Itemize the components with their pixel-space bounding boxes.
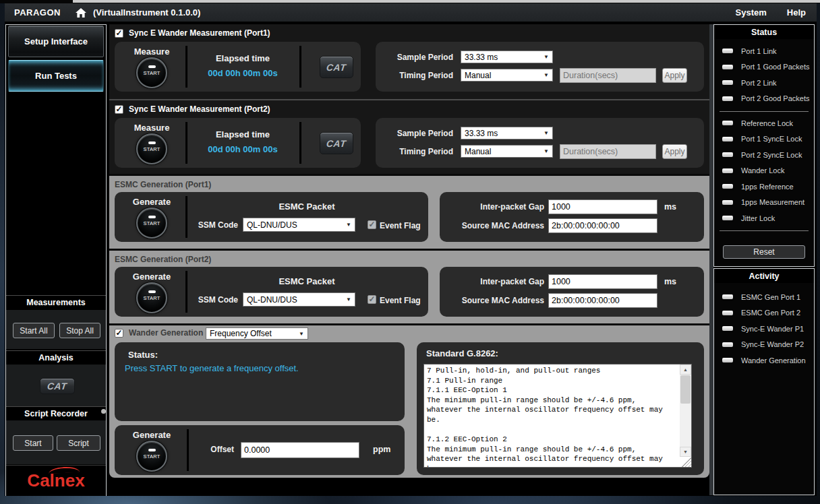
status-item: Port 1 SyncE Lock bbox=[714, 131, 814, 148]
esmc1-event-flag-label: Event Flag bbox=[380, 221, 427, 230]
led-indicator bbox=[722, 200, 733, 205]
sync2-duration-input[interactable] bbox=[560, 144, 656, 159]
esmc1-mac-input[interactable] bbox=[548, 218, 657, 233]
status-divider-2 bbox=[720, 230, 809, 231]
sidebar-item-setup-interface[interactable]: Setup Interface bbox=[8, 26, 104, 57]
esmc1-packet-title: ESMC Packet bbox=[185, 201, 428, 212]
led-indicator bbox=[722, 49, 733, 53]
sync2-timing-period-select[interactable]: Manual▼ bbox=[461, 145, 553, 158]
scroll-up-icon[interactable]: ▲ bbox=[680, 365, 691, 375]
left-sidebar: Setup Interface Run Tests Measurements S… bbox=[5, 24, 107, 496]
wander-mode-select[interactable]: Frequency Offset▼ bbox=[206, 327, 308, 340]
status-item: 1pps Reference bbox=[714, 179, 814, 195]
led-indicator bbox=[722, 358, 733, 363]
measurements-header: Measurements bbox=[6, 295, 106, 309]
led-indicator bbox=[722, 326, 733, 331]
wander-enable-checkbox[interactable]: ✓ bbox=[115, 329, 123, 338]
section-sync-wander-port1: ✓ Sync E Wander Measurement (Port1) Meas… bbox=[109, 24, 709, 99]
esmc2-ssm-label: SSM Code bbox=[189, 295, 238, 305]
sync2-elapsed-label: Elapsed time bbox=[196, 129, 290, 139]
status-item-label: Reference Lock bbox=[741, 119, 793, 127]
wander-offset-input[interactable] bbox=[241, 442, 359, 458]
esmc2-mac-input[interactable] bbox=[548, 293, 657, 308]
esmc2-title-row: ESMC Generation (Port2) bbox=[115, 255, 211, 264]
sync1-start-button[interactable]: START bbox=[136, 57, 167, 88]
led-indicator bbox=[722, 80, 733, 85]
status-item-label: 1pps Reference bbox=[741, 183, 794, 191]
sync1-apply-button[interactable]: Apply bbox=[662, 68, 687, 83]
sync2-apply-button[interactable]: Apply bbox=[662, 144, 687, 159]
brand-paragon[interactable]: PARAGON bbox=[14, 7, 61, 18]
menu-system[interactable]: System bbox=[736, 7, 767, 18]
esmc1-gap-input[interactable] bbox=[548, 199, 657, 214]
status-group-2: Reference LockPort 1 SyncE LockPort 2 Sy… bbox=[714, 115, 814, 226]
top-scrollbar[interactable] bbox=[73, 0, 820, 3]
sync1-sample-period-select[interactable]: 33.33 ms▼ bbox=[461, 51, 553, 63]
wander-start-button[interactable]: START bbox=[136, 441, 167, 472]
sync2-title: Sync E Wander Measurement (Port2) bbox=[129, 104, 270, 114]
sync2-cat-button[interactable]: CAT bbox=[320, 132, 353, 154]
cat-analysis-button[interactable]: CAT bbox=[40, 378, 75, 394]
script-start-button[interactable]: Start bbox=[13, 435, 53, 451]
status-item: Port 2 Good Packets bbox=[714, 91, 814, 107]
esmc1-event-flag-checkbox[interactable]: ✓ bbox=[368, 220, 376, 229]
status-item-label: ESMC Gen Port 2 bbox=[741, 309, 800, 317]
calnex-section: Calnex bbox=[6, 465, 106, 496]
esmc2-mac-label: Source MAC Address bbox=[440, 296, 544, 305]
sync1-cat-button[interactable]: CAT bbox=[320, 56, 353, 78]
standard-text-area[interactable]: 7 Pull-in, hold-in, and pull-out ranges … bbox=[423, 364, 692, 468]
esmc1-mac-label: Source MAC Address bbox=[440, 221, 544, 230]
sync1-title: Sync E Wander Measurement (Port1) bbox=[129, 28, 270, 38]
activity-list: ESMC Gen Port 1ESMC Gen Port 2Sync-E Wan… bbox=[714, 289, 814, 369]
reset-button[interactable]: Reset bbox=[723, 245, 805, 259]
analysis-body: CAT bbox=[6, 365, 106, 406]
sync1-sample-period-label: Sample Period bbox=[376, 53, 453, 62]
esmc2-packet-panel: Generate START ESMC Packet SSM Code QL-D… bbox=[115, 267, 428, 317]
textarea-scrollbar[interactable]: ▲ ▼ bbox=[680, 365, 691, 457]
scroll-down-icon[interactable]: ▼ bbox=[680, 447, 691, 457]
wander-standard-label: Standard G.8262: bbox=[426, 348, 534, 358]
wander-title-row: ✓ Wander Generation bbox=[115, 328, 203, 338]
home-icon[interactable] bbox=[76, 8, 86, 18]
script-recorder-indicator bbox=[101, 409, 106, 414]
resize-grip[interactable] bbox=[680, 457, 691, 467]
esmc1-packet-panel: Generate START ESMC Packet SSM Code QL-D… bbox=[115, 192, 428, 242]
status-divider-1 bbox=[720, 111, 809, 112]
esmc2-start-button[interactable]: START bbox=[136, 282, 167, 313]
esmc1-gap-label: Inter-packet Gap bbox=[440, 202, 544, 212]
esmc1-title-row: ESMC Generation (Port1) bbox=[115, 180, 211, 189]
sidebar-item-run-tests[interactable]: Run Tests bbox=[8, 60, 104, 92]
sync1-enable-checkbox[interactable]: ✓ bbox=[115, 29, 123, 38]
wander-generate-panel: Generate START Offset ppm bbox=[115, 425, 405, 475]
led-indicator bbox=[722, 184, 733, 189]
led-indicator bbox=[722, 294, 733, 299]
sync1-timing-period-select[interactable]: Manual▼ bbox=[461, 69, 553, 82]
status-item-label: Wander Generation bbox=[741, 356, 806, 365]
esmc1-title: ESMC Generation (Port1) bbox=[115, 180, 211, 189]
sync2-title-row: ✓ Sync E Wander Measurement (Port2) bbox=[115, 104, 270, 114]
sync2-enable-checkbox[interactable]: ✓ bbox=[115, 105, 123, 114]
sync2-start-button[interactable]: START bbox=[136, 133, 167, 164]
esmc2-event-flag-checkbox[interactable]: ✓ bbox=[368, 295, 376, 304]
script-recorder-header: Script Recorder bbox=[6, 406, 106, 420]
status-item-label: ESMC Gen Port 1 bbox=[741, 293, 800, 301]
scroll-thumb[interactable] bbox=[680, 375, 691, 404]
led-indicator bbox=[722, 137, 733, 141]
status-item-label: Port 2 Link bbox=[741, 79, 777, 87]
script-button[interactable]: Script bbox=[57, 435, 100, 451]
menu-help[interactable]: Help bbox=[787, 7, 806, 18]
esmc2-packet-title: ESMC Packet bbox=[185, 276, 428, 286]
sync2-sample-period-select[interactable]: 33.33 ms▼ bbox=[461, 127, 553, 139]
calnex-logo: Calnex bbox=[27, 470, 84, 491]
status-item-label: Port 2 SyncE Lock bbox=[741, 151, 802, 159]
start-all-button[interactable]: Start All bbox=[13, 323, 55, 338]
esmc1-start-button[interactable]: START bbox=[136, 208, 167, 239]
sync1-duration-input[interactable] bbox=[560, 68, 656, 83]
esmc2-gap-input[interactable] bbox=[548, 274, 657, 289]
esmc1-ssm-select[interactable]: QL-DNU/DUS▼ bbox=[243, 218, 355, 232]
esmc2-gap-panel: Inter-packet Gap ms Source MAC Address bbox=[440, 267, 704, 317]
status-item: Port 1 Good Packets bbox=[714, 59, 814, 75]
stop-all-button[interactable]: Stop All bbox=[59, 323, 100, 338]
esmc2-ssm-select[interactable]: QL-DNU/DUS▼ bbox=[243, 292, 355, 307]
wander-status-text: Press START to generate a frequency offs… bbox=[125, 363, 354, 373]
